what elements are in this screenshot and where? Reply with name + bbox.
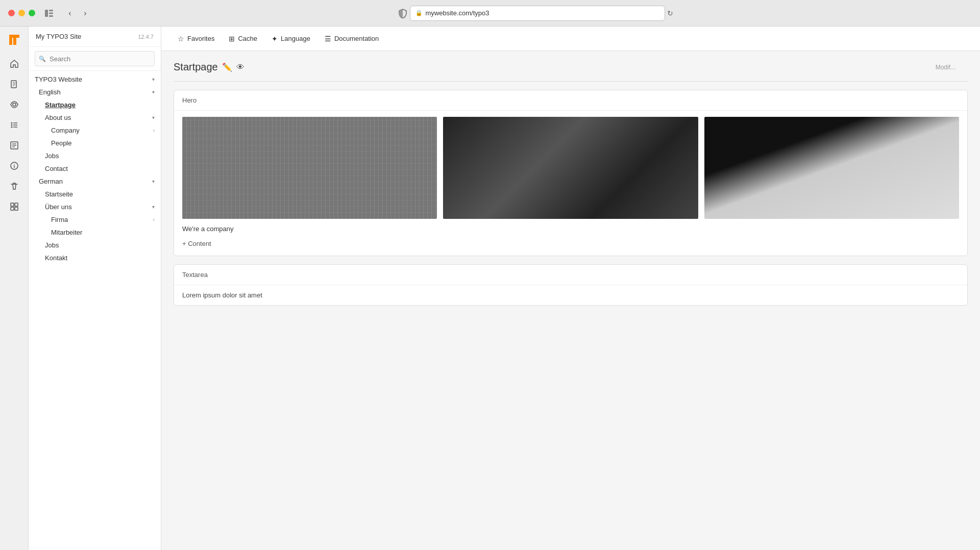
content-icon[interactable] (5, 136, 24, 155)
svg-rect-19 (11, 203, 14, 206)
hero-images (182, 117, 959, 219)
people-label: People (51, 139, 155, 147)
list-icon[interactable] (5, 115, 24, 135)
chevron-left-icon: ‹ (153, 217, 155, 222)
maximize-button[interactable] (29, 10, 35, 16)
hero-section-label: Hero (182, 96, 197, 104)
textarea-text: Lorem ipsum dolor sit amet (182, 291, 262, 299)
documentation-label: Documentation (334, 35, 379, 42)
content-area: ☆ Favorites ⊞ Cache ✦ Language ☰ Documen… (161, 27, 980, 550)
cache-icon: ⊞ (229, 35, 235, 43)
grid-icon[interactable] (5, 197, 24, 216)
tree-item-english[interactable]: English ▾ (29, 86, 161, 98)
mitarbeiter-label: Mitarbeiter (51, 229, 155, 236)
cache-label: Cache (238, 35, 257, 42)
page-title: Startpage (174, 61, 218, 73)
ueber-uns-label: Über uns (45, 203, 150, 211)
tree-item-people[interactable]: People (29, 137, 161, 149)
textarea-content-card: Textarea Lorem ipsum dolor sit amet (174, 264, 968, 306)
icon-rail (0, 27, 29, 550)
tree-item-startpage[interactable]: Startpage (29, 98, 161, 111)
lock-icon: 🔒 (415, 10, 423, 16)
tree-item-startseite[interactable]: Startseite (29, 188, 161, 201)
tree-item-kontakt[interactable]: Kontakt (29, 252, 161, 264)
svg-point-7 (11, 124, 12, 126)
tree-item-company[interactable]: Company ‹ (29, 124, 161, 137)
tree-item-german[interactable]: German ▾ (29, 175, 161, 188)
tree-item-about-us[interactable]: About us ▾ (29, 111, 161, 124)
hero-card-body: We're a company + Content (174, 111, 967, 256)
tree-item-firma[interactable]: Firma ‹ (29, 213, 161, 226)
svg-rect-20 (15, 203, 18, 206)
modified-label: Modif... (936, 64, 955, 71)
close-button[interactable] (8, 10, 15, 16)
forward-button[interactable]: › (78, 6, 92, 20)
divider (174, 81, 968, 82)
hero-card-header: Hero (174, 90, 967, 111)
traffic-lights (8, 10, 35, 16)
jobs-en-label: Jobs (45, 152, 155, 160)
refresh-button[interactable]: ↻ (665, 7, 675, 19)
home-icon[interactable] (5, 54, 24, 73)
trash-icon[interactable] (5, 177, 24, 196)
chevron-icon: ▾ (152, 204, 155, 210)
root-label: TYPO3 Website (35, 76, 150, 83)
jobs-de-label: Jobs (45, 241, 155, 249)
tree-item-mitarbeiter[interactable]: Mitarbeiter (29, 226, 161, 239)
cache-button[interactable]: ⊞ Cache (223, 32, 263, 46)
chevron-icon: ▾ (152, 89, 155, 95)
kontakt-label: Kontakt (45, 254, 155, 262)
url-text: mywebsite.com/typo3 (426, 9, 489, 17)
favorites-button[interactable]: ☆ Favorites (172, 32, 220, 46)
page-tree-header: My TYPO3 Site 12.4.7 (29, 27, 161, 47)
company-label: Company (51, 127, 151, 134)
svg-rect-21 (11, 207, 14, 210)
chevron-icon: ▾ (152, 77, 155, 82)
tree-item-contact[interactable]: Contact (29, 162, 161, 175)
sidebar-toggle-button[interactable] (41, 6, 57, 20)
svg-point-18 (14, 164, 15, 165)
firma-label: Firma (51, 216, 151, 223)
tree-item-jobs-de[interactable]: Jobs (29, 239, 161, 252)
hero-image-1 (182, 117, 437, 219)
about-us-label: About us (45, 114, 150, 121)
tree-root-item[interactable]: TYPO3 Website ▾ (29, 73, 161, 86)
add-content-button[interactable]: + Content (182, 238, 959, 249)
svg-rect-1 (49, 10, 53, 11)
version-badge: 12.4.7 (138, 34, 154, 40)
language-icon: ✦ (272, 35, 278, 43)
typo3-logo[interactable] (5, 31, 23, 49)
back-button[interactable]: ‹ (63, 6, 77, 20)
info-icon[interactable] (5, 156, 24, 176)
svg-rect-2 (49, 12, 53, 14)
minimize-button[interactable] (18, 10, 25, 16)
view-icon[interactable] (5, 95, 24, 114)
shield-icon (396, 6, 410, 20)
tree-item-ueber-uns[interactable]: Über uns ▾ (29, 201, 161, 213)
tree-item-jobs-en[interactable]: Jobs (29, 149, 161, 162)
search-input[interactable] (35, 51, 155, 66)
page-title-bar: Startpage ✏️ 👁 Modif... (174, 61, 968, 73)
language-button[interactable]: ✦ Language (265, 32, 316, 46)
svg-point-8 (11, 127, 12, 128)
tree-section: TYPO3 Website ▾ English ▾ Startpage Abou… (29, 71, 161, 266)
startseite-label: Startseite (45, 190, 155, 198)
address-bar-container: 🔒 mywebsite.com/typo3 ↻ (99, 6, 972, 21)
svg-rect-22 (15, 207, 18, 210)
address-bar[interactable]: 🔒 mywebsite.com/typo3 (410, 6, 665, 21)
content-main: Startpage ✏️ 👁 Modif... Hero (161, 51, 980, 550)
star-icon: ☆ (178, 35, 184, 43)
hero-image-2 (443, 117, 698, 219)
add-content-label: + Content (182, 240, 211, 247)
textarea-section-label: Textarea (182, 271, 208, 279)
hero-caption: We're a company (182, 225, 959, 233)
svg-point-6 (11, 122, 12, 124)
eye-icon[interactable]: 👁 (236, 63, 244, 72)
edit-icon[interactable]: ✏️ (222, 62, 232, 72)
textarea-card-header: Textarea (174, 265, 967, 285)
english-label: English (39, 88, 150, 96)
svg-rect-3 (49, 15, 53, 17)
page-icon[interactable] (5, 74, 24, 94)
documentation-button[interactable]: ☰ Documentation (318, 32, 385, 46)
hero-content-card: Hero We're a company + Content (174, 90, 968, 256)
